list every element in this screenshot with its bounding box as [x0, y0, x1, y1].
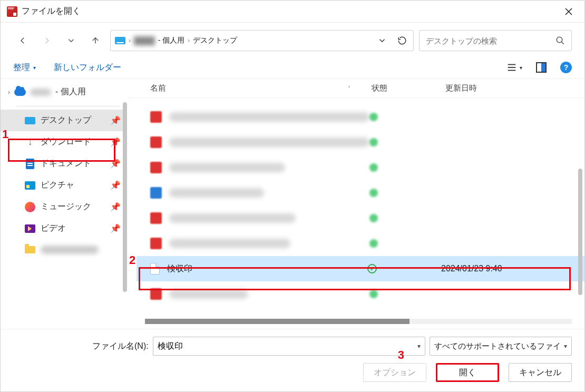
callout-1-box	[8, 139, 115, 162]
sidebar-onedrive[interactable]: › - 個人用	[1, 83, 127, 101]
file-name-blur	[169, 163, 285, 172]
pin-icon: 📌	[110, 202, 121, 212]
sync-status-icon	[369, 290, 378, 298]
filename-label: ファイル名(N):	[92, 341, 149, 352]
back-button[interactable]	[13, 31, 32, 50]
chevron-down-icon[interactable]: ▾	[417, 342, 421, 350]
refresh-icon[interactable]	[397, 36, 407, 45]
toolbar: 整理 ▾ 新しいフォルダー ▾ ?	[1, 58, 584, 79]
file-name-blur	[169, 239, 290, 248]
address-bar[interactable]: › ████ - 個人用 › デスクトップ	[110, 30, 414, 51]
file-icon	[150, 212, 162, 224]
chevron-down-icon	[66, 36, 76, 45]
cancel-button[interactable]: キャンセル	[509, 363, 572, 382]
column-date-label: 更新日時	[445, 83, 477, 92]
file-list-header: 名前 ˄ 状態 更新日時	[127, 79, 584, 98]
sort-caret-icon: ˄	[348, 85, 350, 91]
file-icon	[150, 238, 162, 249]
breadcrumb[interactable]: › ████ - 個人用 › デスクトップ	[129, 36, 237, 45]
preview-pane-button[interactable]	[536, 62, 547, 73]
callout-1: 1	[2, 128, 8, 141]
file-name-blur	[169, 213, 296, 223]
filename-combobox[interactable]: ▾	[153, 337, 425, 356]
search-icon	[555, 36, 565, 45]
breadcrumb-account-suffix: - 個人用	[158, 36, 185, 45]
sidebar-item-label: ミュージック	[41, 201, 91, 212]
callout-2-box	[139, 267, 571, 290]
chevron-down-icon: ▾	[564, 342, 567, 350]
organize-button[interactable]: 整理 ▾	[13, 62, 36, 73]
pin-icon: 📌	[110, 223, 121, 233]
sidebar-item-pictures[interactable]: ピクチャ 📌	[1, 174, 127, 196]
new-folder-button[interactable]: 新しいフォルダー	[54, 62, 121, 73]
sync-status-icon	[369, 163, 378, 172]
recent-button[interactable]	[62, 31, 81, 50]
list-icon	[506, 62, 518, 73]
scrollbar-thumb[interactable]	[145, 319, 409, 324]
file-icon	[150, 111, 162, 123]
file-row-blurred[interactable]	[136, 104, 584, 130]
sidebar-scrollbar[interactable]	[123, 102, 127, 292]
up-button[interactable]	[86, 31, 105, 50]
breadcrumb-account-blur: ████	[134, 36, 155, 45]
sidebar-item-music[interactable]: ミュージック 📌	[1, 196, 127, 218]
arrow-up-icon	[91, 36, 100, 45]
sidebar-account-suffix: - 個人用	[55, 86, 86, 97]
breadcrumb-folder: デスクトップ	[193, 36, 237, 45]
file-row-blurred[interactable]	[136, 155, 584, 180]
column-name[interactable]: 名前 ˄	[150, 83, 372, 93]
file-row-blurred[interactable]	[136, 130, 584, 155]
folder-icon	[25, 246, 35, 253]
file-type-label: すべてのサポートされているファイル (*	[434, 341, 561, 351]
video-icon	[25, 224, 35, 233]
close-button[interactable]	[557, 1, 580, 23]
sidebar-item-label: ビデオ	[41, 223, 66, 234]
nav-row: › ████ - 個人用 › デスクトップ	[1, 23, 584, 58]
bottom-panel: ファイル名(N): ▾ すべてのサポートされているファイル (* ▾ 3 オプシ…	[1, 329, 584, 391]
forward-button[interactable]	[37, 31, 56, 50]
filename-input[interactable]	[158, 341, 414, 351]
sidebar-item-desktop[interactable]: デスクトップ 📌	[1, 110, 127, 131]
sidebar-separator	[16, 106, 120, 106]
app-icon: PDF	[7, 6, 17, 17]
file-name-blur	[169, 138, 369, 147]
file-name-blur	[169, 289, 248, 299]
caret-down-icon: ▾	[520, 65, 522, 71]
cloud-icon	[14, 89, 26, 96]
help-button[interactable]: ?	[560, 62, 572, 73]
svg-line-3	[561, 42, 564, 44]
svg-point-2	[557, 37, 562, 43]
music-icon	[25, 202, 35, 212]
column-state[interactable]: 状態	[372, 83, 445, 93]
open-button[interactable]: 開く	[436, 363, 499, 382]
title-bar: PDF ファイルを開く	[1, 1, 584, 23]
filelist-vscrollbar[interactable]	[578, 169, 582, 295]
pin-icon: 📌	[110, 115, 121, 125]
sync-status-icon	[369, 138, 378, 146]
file-row-blurred[interactable]	[136, 205, 584, 231]
sync-status-icon	[369, 214, 378, 222]
search-input[interactable]	[426, 36, 551, 45]
file-row-blurred[interactable]	[136, 180, 584, 205]
sidebar: › - 個人用 デスクトップ 📌 ↓ ダウンロード 📌 ドキュメント 📌 ピクチ…	[1, 79, 127, 320]
search-box[interactable]	[419, 30, 572, 51]
sidebar-item-label: ピクチャ	[41, 180, 74, 191]
sidebar-account-blur	[30, 89, 51, 96]
sync-status-icon	[369, 113, 378, 121]
filelist-hscrollbar[interactable]	[145, 319, 572, 324]
options-button[interactable]: オプション	[363, 363, 426, 382]
arrow-right-icon	[42, 36, 52, 45]
pictures-icon	[25, 181, 35, 190]
chevron-right-icon: ›	[8, 89, 10, 96]
chevron-down-icon[interactable]	[377, 36, 387, 45]
file-type-filter[interactable]: すべてのサポートされているファイル (* ▾	[430, 337, 572, 356]
sidebar-item-label: デスクトップ	[41, 115, 91, 126]
file-row-blurred[interactable]	[136, 231, 584, 256]
view-mode-button[interactable]: ▾	[506, 62, 522, 73]
file-icon	[150, 187, 162, 199]
file-icon	[150, 162, 162, 173]
arrow-left-icon	[18, 36, 27, 45]
sidebar-item-folder[interactable]	[1, 239, 127, 260]
column-date[interactable]: 更新日時	[445, 83, 584, 93]
sidebar-item-videos[interactable]: ビデオ 📌	[1, 218, 127, 239]
